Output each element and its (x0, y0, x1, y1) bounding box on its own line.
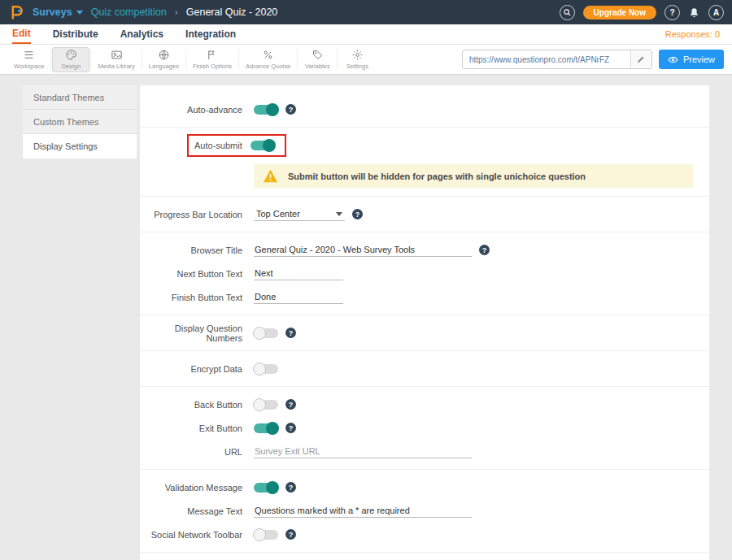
auto-advance-section: Auto-advance ? (140, 92, 709, 128)
toolbar-item-finish-options[interactable]: Finish Options (187, 47, 237, 72)
survey-url-box (462, 50, 652, 69)
auto-advance-toggle[interactable] (254, 105, 278, 115)
browser-title-input[interactable] (254, 243, 472, 257)
chevron-down-icon (76, 11, 83, 15)
display-settings-panel: Auto-advance ? Auto-submit Submit button… (140, 85, 709, 560)
top-header: Surveys Quiz competition › General Quiz … (0, 0, 732, 24)
validation-message-toggle[interactable] (254, 483, 278, 493)
message-text-label: Message Text (140, 506, 254, 516)
toolbar-separator (185, 50, 186, 69)
search-button[interactable] (560, 5, 575, 20)
display-question-numbers-label: Display Question Numbers (140, 323, 254, 343)
text-settings-section: Browser Title ? Next Button Text Finish … (140, 232, 709, 315)
search-icon (563, 8, 572, 17)
validation-message-label: Validation Message (140, 483, 254, 493)
tab-integration[interactable]: Integration (185, 24, 236, 44)
questionpro-logo[interactable] (8, 4, 24, 20)
progress-bar-section: Progress Bar Location Top Center ? (140, 197, 709, 232)
auto-advance-label: Auto-advance (140, 105, 254, 115)
browser-title-help-icon[interactable]: ? (479, 245, 490, 255)
progress-bar-label: Progress Bar Location (140, 210, 254, 219)
finish-options-icon (206, 49, 218, 61)
auto-submit-toggle[interactable] (251, 141, 275, 150)
responses-count[interactable]: Responses: 0 (665, 29, 720, 39)
help-button[interactable]: ? (664, 5, 680, 20)
toolbar-separator (337, 50, 338, 69)
social-network-toolbar-label: Social Network Toolbar (140, 530, 254, 540)
tab-edit[interactable]: Edit (12, 24, 31, 44)
chevron-down-icon (336, 212, 342, 216)
finish-button-text-input[interactable] (254, 290, 343, 304)
module-nav: Edit Distribute Analytics Integration Re… (0, 24, 732, 45)
warning-triangle-icon (263, 169, 278, 183)
progress-bar-location-select[interactable]: Top Center (254, 207, 345, 221)
back-button-help-icon[interactable]: ? (285, 399, 296, 410)
content-area: Standard Themes Custom Themes Display Se… (0, 75, 732, 560)
back-button-toggle[interactable] (254, 400, 278, 410)
toolbar-item-languages[interactable]: Languages (143, 47, 185, 72)
exit-button-help-icon[interactable]: ? (285, 423, 296, 433)
toolbar-item-design[interactable]: Design (52, 47, 89, 72)
progress-bar-help-icon[interactable]: ? (352, 209, 363, 219)
display-question-numbers-help-icon[interactable]: ? (285, 328, 296, 338)
notifications-button[interactable] (688, 7, 700, 19)
sidebar-item-standard-themes[interactable]: Standard Themes (23, 85, 137, 110)
auto-submit-warning-banner: Submit button will be hidden for pages w… (254, 164, 693, 188)
edit-toolbar: Workspace Design Media Library Languages… (0, 45, 732, 75)
display-question-numbers-toggle[interactable] (254, 328, 278, 338)
breadcrumb-separator-icon: › (175, 7, 178, 18)
upgrade-now-button[interactable]: Upgrade Now (583, 6, 656, 20)
survey-url-input[interactable] (463, 55, 630, 64)
exit-button-label: Exit Button (140, 423, 254, 433)
toolbar-item-advance-quotas[interactable]: Advance Quotas (240, 47, 296, 72)
annotation-red-box: Auto-submit (187, 134, 286, 157)
sidebar-item-custom-themes[interactable]: Custom Themes (23, 110, 137, 134)
message-text-input[interactable] (254, 504, 472, 518)
variables-icon (312, 49, 324, 61)
edit-url-button[interactable] (630, 50, 651, 68)
browser-title-label: Browser Title (140, 245, 254, 255)
languages-icon (158, 49, 170, 61)
eye-icon (668, 54, 678, 65)
bell-icon (688, 7, 700, 19)
settings-gear-icon (351, 49, 364, 61)
breadcrumb-parent[interactable]: Quiz competition (91, 7, 167, 18)
auto-submit-label: Auto-submit (194, 141, 242, 150)
encrypt-data-label: Encrypt Data (140, 364, 254, 374)
advance-quotas-icon (262, 49, 274, 61)
toolbar-separator (238, 50, 239, 69)
tab-analytics[interactable]: Analytics (120, 24, 163, 44)
encrypt-data-section: Encrypt Data (140, 351, 709, 387)
warning-text: Submit button will be hidden for pages w… (288, 171, 586, 181)
toolbar-separator (50, 50, 51, 69)
sidebar-item-display-settings[interactable]: Display Settings (23, 134, 137, 158)
avatar[interactable]: A (708, 5, 724, 20)
exit-button-toggle[interactable] (254, 423, 278, 433)
social-network-toolbar-toggle[interactable] (254, 530, 278, 540)
toolbar-item-media-library[interactable]: Media Library (92, 47, 140, 72)
exit-url-input[interactable] (254, 445, 472, 458)
tab-distribute[interactable]: Distribute (53, 24, 98, 44)
social-network-toolbar-help-icon[interactable]: ? (285, 529, 296, 540)
workspace-icon (23, 49, 35, 61)
surveys-menu[interactable]: Surveys (33, 7, 83, 18)
design-sidebar: Standard Themes Custom Themes Display Se… (23, 85, 137, 560)
auto-advance-help-icon[interactable]: ? (285, 104, 296, 115)
design-icon (65, 49, 77, 61)
toolbar-separator (297, 50, 298, 69)
next-button-text-input[interactable] (254, 267, 343, 280)
toolbar-item-settings[interactable]: Settings (338, 47, 376, 72)
save-section: Save (140, 553, 709, 560)
auto-submit-section: Auto-submit Submit button will be hidden… (140, 128, 709, 197)
validation-message-help-icon[interactable]: ? (285, 482, 296, 493)
encrypt-data-toggle[interactable] (254, 364, 278, 374)
surveys-menu-label: Surveys (33, 7, 72, 18)
toolbar-item-variables[interactable]: Variables (298, 47, 336, 72)
media-library-icon (111, 49, 123, 61)
toolbar-separator (142, 50, 142, 69)
toolbar-item-workspace[interactable]: Workspace (8, 47, 50, 72)
next-button-text-label: Next Button Text (140, 269, 254, 279)
preview-button[interactable]: Preview (659, 50, 724, 69)
finish-button-text-label: Finish Button Text (140, 293, 254, 302)
question-numbers-section: Display Question Numbers ? (140, 315, 709, 351)
